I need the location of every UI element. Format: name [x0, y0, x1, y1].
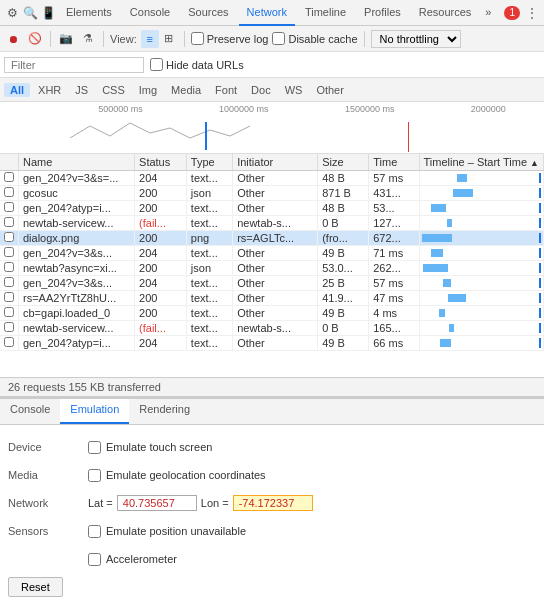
tab-sources[interactable]: Sources [180, 0, 236, 26]
row-checkbox[interactable] [4, 202, 14, 212]
row-size: 49 B [318, 306, 369, 321]
disable-cache-label[interactable]: Disable cache [272, 32, 357, 45]
geolocation-check-label[interactable]: Emulate geolocation coordinates [88, 469, 266, 482]
tab-console[interactable]: Console [122, 0, 178, 26]
type-img[interactable]: Img [133, 83, 163, 97]
row-size: 49 B [318, 336, 369, 351]
touch-screen-checkbox[interactable] [88, 441, 101, 454]
accelerometer-check-label[interactable]: Accelerometer [88, 553, 177, 566]
tab-network[interactable]: Network [239, 0, 295, 26]
type-ws[interactable]: WS [279, 83, 309, 97]
tab-console-bottom[interactable]: Console [0, 399, 60, 424]
device-check-label[interactable]: Emulate touch screen [88, 441, 212, 454]
row-checkbox[interactable] [4, 262, 14, 272]
type-media[interactable]: Media [165, 83, 207, 97]
col-timeline[interactable]: Timeline – Start Time ▲ [419, 154, 544, 171]
record-btn[interactable]: ⏺ [4, 30, 22, 48]
unavailable-checkbox[interactable] [88, 525, 101, 538]
row-name: gen_204?atyp=i... [19, 201, 135, 216]
col-type[interactable]: Type [186, 154, 232, 171]
tab-emulation[interactable]: Emulation [60, 399, 129, 424]
table-row[interactable]: cb=gapi.loaded_0 200 text... Other 49 B … [0, 306, 544, 321]
row-initiator: Other [233, 276, 318, 291]
waterfall-bar [431, 249, 443, 257]
waterfall-marker [539, 203, 541, 213]
requests-table-wrapper: Name Status Type Initiator Size Time Tim… [0, 154, 544, 377]
tab-resources[interactable]: Resources [411, 0, 480, 26]
row-checkbox[interactable] [4, 247, 14, 257]
preserve-log-label[interactable]: Preserve log [191, 32, 269, 45]
type-xhr[interactable]: XHR [32, 83, 67, 97]
type-css[interactable]: CSS [96, 83, 131, 97]
table-row[interactable]: newtab?async=xi... 200 json Other 53.0..… [0, 261, 544, 276]
more-tabs-btn[interactable]: » [481, 0, 495, 26]
row-checkbox[interactable] [4, 322, 14, 332]
table-row[interactable]: gen_204?atyp=i... 200 text... Other 48 B… [0, 201, 544, 216]
geolocation-checkbox[interactable] [88, 469, 101, 482]
top-tab-bar: ⚙ 🔍 📱 Elements Console Sources Network T… [0, 0, 544, 26]
table-row[interactable]: gen_204?v=3&s... 204 text... Other 49 B … [0, 246, 544, 261]
row-type: json [186, 261, 232, 276]
filter-input[interactable] [4, 57, 144, 73]
lat-input[interactable] [117, 495, 197, 511]
view-large-btn[interactable]: ⊞ [160, 30, 178, 48]
camera-btn[interactable]: 📷 [57, 30, 75, 48]
view-list-btn[interactable]: ≡ [141, 30, 159, 48]
type-other[interactable]: Other [310, 83, 350, 97]
col-initiator[interactable]: Initiator [233, 154, 318, 171]
table-row[interactable]: dialogx.png 200 png rs=AGLTc... (fro... … [0, 231, 544, 246]
row-type: text... [186, 276, 232, 291]
waterfall-marker [539, 233, 541, 243]
row-checkbox[interactable] [4, 187, 14, 197]
table-row[interactable]: gen_204?atyp=i... 204 text... Other 49 B… [0, 336, 544, 351]
settings-icon[interactable]: ⋮ [524, 5, 540, 21]
timeline-bar: 500000 ms 1000000 ms 1500000 ms 2000000 [0, 102, 544, 154]
lon-input[interactable] [233, 495, 313, 511]
lower-section: Console Emulation Rendering Device Emula… [0, 397, 544, 605]
inspect-icon[interactable]: 🔍 [22, 5, 38, 21]
hide-data-label[interactable]: Hide data URLs [150, 58, 244, 71]
col-status[interactable]: Status [135, 154, 187, 171]
tab-timeline[interactable]: Timeline [297, 0, 354, 26]
table-row[interactable]: gen_204?v=3&s=... 204 text... Other 48 B… [0, 171, 544, 186]
row-checkbox[interactable] [4, 277, 14, 287]
timeline-ticks: 500000 ms 1000000 ms 1500000 ms 2000000 [0, 102, 544, 114]
table-row[interactable]: rs=AA2YrTtZ8hU... 200 text... Other 41.9… [0, 291, 544, 306]
table-row[interactable]: newtab-servicew... (fail... text... newt… [0, 216, 544, 231]
tab-profiles[interactable]: Profiles [356, 0, 409, 26]
clear-btn[interactable]: 🚫 [26, 30, 44, 48]
disable-cache-checkbox[interactable] [272, 32, 285, 45]
tab-rendering[interactable]: Rendering [129, 399, 200, 424]
row-checkbox[interactable] [4, 172, 14, 182]
row-checkbox[interactable] [4, 337, 14, 347]
reset-button[interactable]: Reset [8, 577, 63, 597]
row-initiator: Other [233, 336, 318, 351]
row-checkbox[interactable] [4, 307, 14, 317]
accelerometer-checkbox[interactable] [88, 553, 101, 566]
type-doc[interactable]: Doc [245, 83, 277, 97]
table-row[interactable]: newtab-servicew... (fail... text... newt… [0, 321, 544, 336]
tab-elements[interactable]: Elements [58, 0, 120, 26]
preserve-log-checkbox[interactable] [191, 32, 204, 45]
throttle-select[interactable]: No throttling [371, 30, 461, 48]
row-checkbox[interactable] [4, 292, 14, 302]
col-name[interactable]: Name [19, 154, 135, 171]
row-checkbox-cell [0, 216, 19, 231]
type-font[interactable]: Font [209, 83, 243, 97]
row-checkbox[interactable] [4, 217, 14, 227]
type-js[interactable]: JS [69, 83, 94, 97]
filter-btn[interactable]: ⚗ [79, 30, 97, 48]
tick-1: 500000 ms [98, 104, 143, 114]
row-name: cb=gapi.loaded_0 [19, 306, 135, 321]
hide-data-checkbox[interactable] [150, 58, 163, 71]
row-status: 200 [135, 186, 187, 201]
col-size[interactable]: Size [318, 154, 369, 171]
col-time[interactable]: Time [369, 154, 419, 171]
table-row[interactable]: gcosuc 200 json Other 871 B 431... [0, 186, 544, 201]
type-all[interactable]: All [4, 83, 30, 97]
device-icon[interactable]: 📱 [40, 5, 56, 21]
lat-label: Lat = [88, 497, 113, 509]
table-row[interactable]: gen_204?v=3&s... 204 text... Other 25 B … [0, 276, 544, 291]
row-checkbox[interactable] [4, 232, 14, 242]
unavailable-check-label[interactable]: Emulate position unavailable [88, 525, 246, 538]
